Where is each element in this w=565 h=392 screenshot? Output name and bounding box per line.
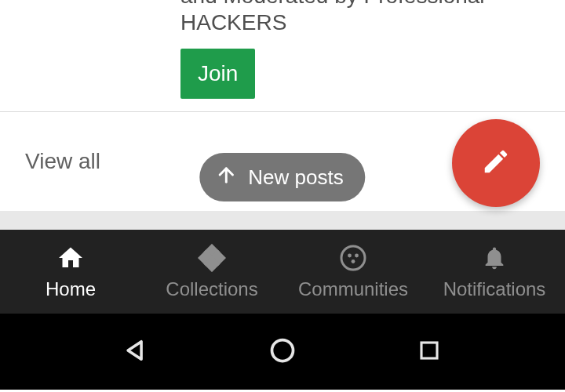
tab-communities[interactable]: Communities — [282, 230, 424, 314]
collections-icon — [198, 244, 226, 272]
nav-home-button[interactable] — [267, 336, 298, 368]
tab-notifications-label: Notifications — [443, 278, 546, 300]
svg-point-5 — [341, 246, 365, 270]
community-description: and Moderated by Professional HACKERS — [180, 0, 541, 36]
section-gap — [0, 211, 565, 230]
tab-collections[interactable]: Collections — [141, 230, 282, 314]
svg-marker-9 — [128, 341, 141, 359]
community-card-body: and Moderated by Professional HACKERS Jo… — [126, 0, 565, 99]
tab-collections-label: Collections — [166, 278, 257, 300]
android-nav-bar — [0, 314, 565, 390]
tab-home[interactable]: Home — [0, 230, 141, 314]
tab-communities-label: Communities — [298, 278, 408, 300]
triangle-back-icon — [122, 337, 149, 367]
arrow-up-icon — [215, 164, 237, 191]
home-icon — [56, 244, 85, 272]
new-posts-label: New posts — [248, 165, 343, 190]
svg-point-8 — [352, 260, 355, 263]
circle-home-icon — [268, 336, 297, 368]
nav-back-button[interactable] — [120, 336, 151, 368]
bottom-tab-bar: Home Collections Communities Notificatio… — [0, 230, 565, 314]
nav-recents-button[interactable] — [414, 336, 445, 368]
svg-point-6 — [348, 253, 352, 257]
view-all-label: View all — [25, 149, 100, 174]
square-recents-icon — [417, 339, 441, 365]
svg-point-10 — [272, 339, 293, 361]
svg-rect-11 — [421, 343, 437, 358]
pencil-icon — [481, 147, 511, 180]
bell-icon — [481, 244, 508, 272]
community-description-line: HACKERS — [180, 10, 286, 34]
tab-notifications[interactable]: Notifications — [424, 230, 565, 314]
tab-home-label: Home — [46, 278, 96, 300]
community-card: and Moderated by Professional HACKERS Jo… — [0, 0, 565, 111]
svg-point-7 — [355, 253, 359, 257]
community-description-line: and Moderated by Professional — [180, 0, 485, 8]
join-button-label: Join — [198, 61, 238, 86]
compose-fab[interactable] — [452, 119, 540, 207]
new-posts-pill[interactable]: New posts — [199, 153, 365, 201]
join-button[interactable]: Join — [180, 49, 255, 99]
communities-icon — [339, 244, 367, 272]
